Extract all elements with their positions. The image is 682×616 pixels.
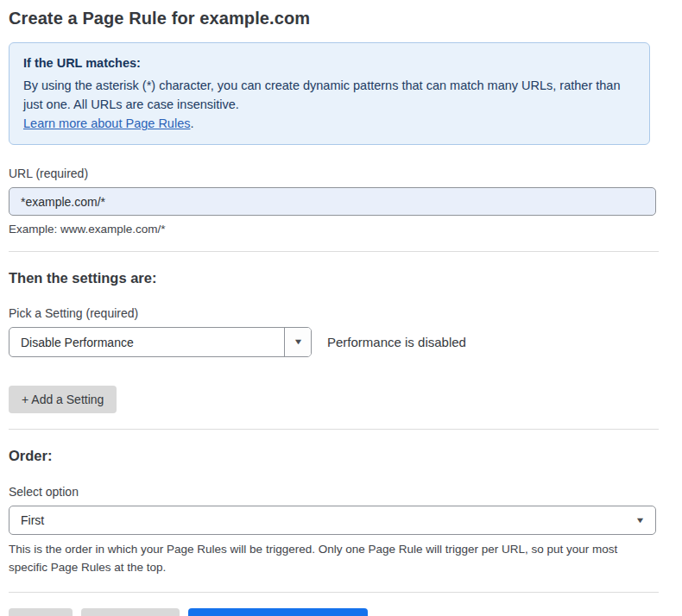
divider xyxy=(9,429,659,430)
save-as-draft-button[interactable]: Save as Draft xyxy=(81,608,180,616)
chevron-down-icon: ▼ xyxy=(635,517,646,525)
order-section-heading: Order: xyxy=(9,448,650,464)
order-help-text: This is the order in which your Page Rul… xyxy=(9,540,652,576)
divider xyxy=(9,251,659,252)
setting-select-arrow-button[interactable]: ▼ xyxy=(284,328,311,356)
url-field-label: URL (required) xyxy=(9,167,650,180)
save-and-deploy-button[interactable]: Save and Deploy Page Rule xyxy=(188,608,368,616)
add-setting-button[interactable]: + Add a Setting xyxy=(9,386,117,413)
info-box-heading: If the URL matches: xyxy=(23,53,635,72)
info-box-link-line: Learn more about Page Rules. xyxy=(23,114,635,133)
cancel-button[interactable]: Cancel xyxy=(9,608,73,616)
pick-setting-label: Pick a Setting (required) xyxy=(9,306,650,320)
setting-select[interactable]: Disable Performance ▼ xyxy=(9,327,312,357)
setting-row: Disable Performance ▼ Performance is dis… xyxy=(9,327,650,357)
info-box-body: By using the asterisk (*) character, you… xyxy=(23,76,635,114)
page-title: Create a Page Rule for example.com xyxy=(9,9,650,28)
learn-more-link[interactable]: Learn more about Page Rules xyxy=(23,116,190,130)
url-match-info-box: If the URL matches: By using the asteris… xyxy=(9,42,650,145)
settings-section-heading: Then the settings are: xyxy=(9,270,650,286)
divider xyxy=(9,592,659,593)
link-period: . xyxy=(190,116,193,130)
setting-select-value: Disable Performance xyxy=(9,328,284,356)
chevron-down-icon: ▼ xyxy=(293,338,303,346)
order-select-label: Select option xyxy=(9,485,650,499)
order-select[interactable]: First ▼ xyxy=(9,506,656,535)
setting-status-text: Performance is disabled xyxy=(327,335,466,349)
url-input[interactable] xyxy=(9,187,656,216)
create-page-rule-form: Create a Page Rule for example.com If th… xyxy=(0,0,650,616)
form-actions: Cancel Save as Draft Save and Deploy Pag… xyxy=(9,608,650,616)
order-select-value: First xyxy=(21,513,44,527)
url-example-text: Example: www.example.com/* xyxy=(9,223,650,236)
